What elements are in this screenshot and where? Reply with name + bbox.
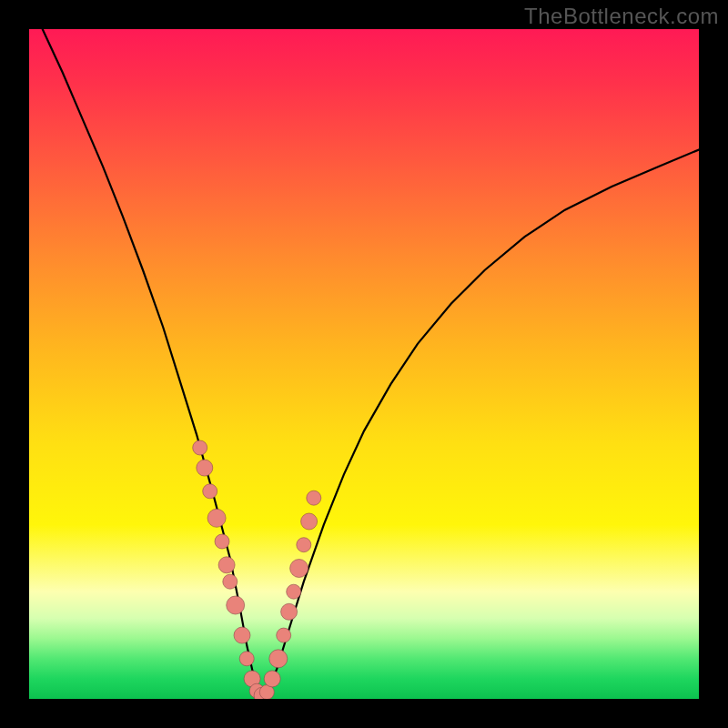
data-dot	[203, 484, 217, 499]
plot-area	[29, 29, 699, 699]
data-dot	[218, 557, 235, 573]
data-dot	[307, 490, 321, 505]
data-dot	[290, 560, 308, 578]
data-dot	[193, 440, 207, 455]
data-dot	[269, 650, 288, 668]
data-dot	[227, 596, 245, 614]
data-dot	[287, 584, 301, 599]
data-dot	[297, 538, 311, 552]
data-dot	[207, 509, 226, 527]
data-dot	[301, 513, 318, 530]
curve-line	[43, 29, 699, 693]
data-dot	[215, 534, 229, 549]
data-dots	[193, 440, 321, 699]
watermark-text: TheBottleneck.com	[524, 4, 719, 29]
data-dot	[277, 628, 291, 642]
data-dot	[239, 652, 254, 666]
data-dot	[281, 603, 298, 620]
chart-svg	[29, 29, 699, 699]
chart-frame: TheBottleneck.com	[0, 0, 728, 728]
data-dot	[223, 574, 238, 589]
data-dot	[197, 460, 213, 476]
data-dot	[234, 627, 250, 643]
data-dot	[264, 671, 280, 687]
